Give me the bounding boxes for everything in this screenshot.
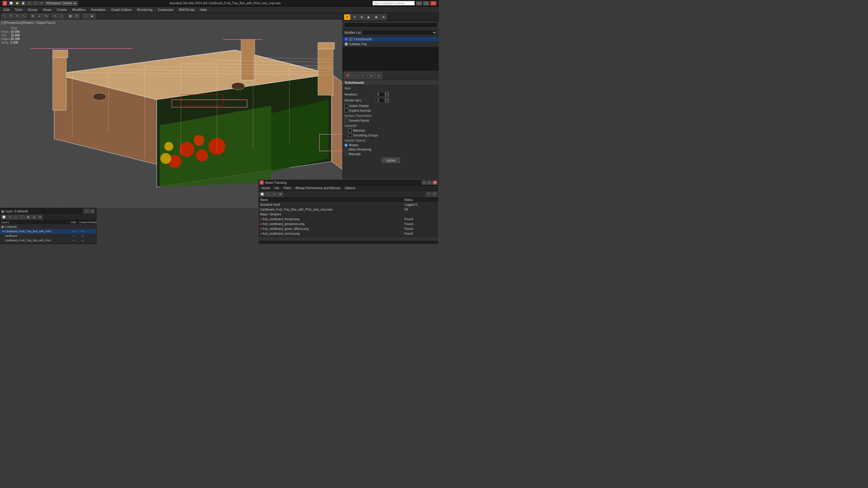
layer-row-2[interactable]: cardboard — —	[0, 234, 96, 238]
redo-btn[interactable]: ↪	[33, 1, 38, 6]
percent-snap-btn[interactable]: %	[43, 13, 49, 19]
layer-add-btn[interactable]: +	[13, 215, 19, 220]
manually-radio[interactable]	[344, 153, 347, 156]
layer-freeze-0[interactable]	[78, 226, 87, 227]
menu-graph-editors[interactable]: Graph Editors	[109, 7, 134, 12]
display-tab[interactable]: ◉	[373, 14, 379, 20]
save-btn[interactable]: 💾	[21, 1, 26, 6]
asset-menu-server[interactable]: Server	[259, 186, 272, 190]
render-iters-value[interactable]: 2	[376, 98, 385, 103]
layer-hide-3[interactable]: —	[69, 238, 78, 242]
modify-tab[interactable]: ⟲	[351, 14, 358, 20]
asset-close-btn[interactable]: ✕	[433, 181, 437, 185]
select-vertex[interactable]: ·	[352, 72, 359, 79]
always-radio[interactable]	[344, 144, 347, 147]
menu-create[interactable]: Create	[54, 7, 69, 12]
modifier-turbosmooth[interactable]: T TurboSmooth	[343, 37, 439, 41]
move-btn[interactable]: ✦	[8, 13, 14, 19]
ribbon-btn[interactable]: ⧉	[74, 13, 80, 19]
maximize-btn[interactable]: □	[423, 1, 429, 5]
asset-row-green-diffuse[interactable]: ■ fruit_cardboard_green_diffuse.png Foun…	[258, 227, 438, 231]
layer-hide-1[interactable]: —	[69, 229, 78, 233]
layer-new-btn[interactable]: ⬜	[1, 215, 7, 220]
quick-render-btn[interactable]: ▶	[89, 13, 95, 19]
layer-hide-2[interactable]: —	[69, 234, 78, 238]
render-iters-up[interactable]: ▲	[385, 98, 389, 100]
explicit-normals-checkbox[interactable]	[344, 109, 348, 112]
open-btn[interactable]: 📁	[14, 1, 20, 6]
layer-help-btn[interactable]: ?	[84, 209, 89, 214]
menu-tools[interactable]: Tools	[12, 7, 25, 12]
layer-render-3[interactable]	[87, 240, 96, 241]
layer-render-1[interactable]	[87, 231, 96, 232]
modifier-editable-poly[interactable]: E Editable Poly	[343, 41, 439, 46]
asset-tb-btn4[interactable]: ⊞	[278, 192, 283, 197]
menu-views[interactable]: Views	[40, 7, 54, 12]
smooth-result-checkbox[interactable]	[344, 119, 348, 122]
layer-move-down-btn[interactable]: ▼	[37, 215, 43, 220]
menu-modifiers[interactable]: Modifiers	[70, 7, 88, 12]
menu-maxscript[interactable]: MAXScript	[177, 7, 197, 12]
workspace-dropdown[interactable]: Workspace: Default	[44, 1, 78, 6]
asset-tb-btn3[interactable]: ≡	[272, 192, 277, 197]
right-search-input[interactable]: cardboard	[344, 22, 438, 28]
render-settings-btn[interactable]: ⚙	[38, 1, 44, 6]
menu-group[interactable]: Group	[26, 7, 40, 12]
snap-btn[interactable]: ⊞	[30, 13, 36, 19]
layer-btn[interactable]: ▦	[67, 13, 73, 19]
asset-tb-help[interactable]: ?	[426, 192, 431, 197]
menu-help[interactable]: Help	[198, 7, 210, 12]
menu-animation[interactable]: Animation	[89, 7, 108, 12]
asset-row-normal[interactable]: ■ fruit_cardboard_normal.png Found	[258, 231, 438, 236]
asset-row-glossiness[interactable]: ■ fruit_cardboard_glossiness.png Found	[258, 222, 438, 227]
asset-maximize-btn[interactable]: □	[427, 181, 432, 185]
utilities-tab[interactable]: ⚙	[380, 14, 387, 20]
scale-btn[interactable]: ⤡	[21, 13, 27, 19]
menu-rendering[interactable]: Rendering	[135, 7, 155, 12]
layer-move-up-btn[interactable]: ▲	[31, 215, 37, 220]
close-btn[interactable]: ✕	[430, 1, 436, 5]
layer-highlight-btn[interactable]: ◉	[25, 215, 31, 220]
asset-tb-btn2[interactable]: ⬛	[266, 192, 271, 197]
new-btn[interactable]: ⬜	[8, 1, 14, 6]
viewport-label[interactable]: [+][Perspective][Shaded + Edged Faces]	[1, 21, 56, 24]
rotate-btn[interactable]: ↻	[14, 13, 21, 19]
layer-row-0[interactable]: ▦ 0 (default)	[0, 225, 96, 229]
smoothing-groups-checkbox[interactable]	[348, 133, 352, 137]
asset-row-vault[interactable]: Autodesk Vault Logged O	[258, 202, 438, 207]
select-element[interactable]: ◻	[375, 72, 382, 79]
layer-select-btn[interactable]: ⬛	[19, 215, 25, 220]
minimize-btn[interactable]: —	[416, 1, 422, 5]
layer-hide-0[interactable]	[69, 226, 78, 227]
layer-delete-btn[interactable]: ✕	[7, 215, 13, 220]
layer-freeze-3[interactable]: —	[78, 238, 87, 242]
modifier-dropdown[interactable]	[362, 30, 437, 35]
layer-freeze-1[interactable]: —	[78, 229, 87, 233]
align-btn[interactable]: ≡	[59, 13, 64, 19]
angle-snap-btn[interactable]: ∠	[36, 13, 42, 19]
update-button[interactable]: Update	[382, 158, 400, 163]
menu-customize[interactable]: Customize	[156, 7, 176, 12]
asset-menu-bitmap[interactable]: Bitmap Performance and Memory	[293, 186, 342, 190]
layer-close-btn[interactable]: ✕	[90, 209, 95, 214]
render-iters-down[interactable]: ▼	[385, 100, 389, 103]
asset-minimize-btn[interactable]: —	[422, 181, 427, 185]
iterations-value[interactable]: 0	[376, 92, 385, 97]
iterations-down[interactable]: ▼	[385, 94, 389, 97]
asset-menu-options[interactable]: Options	[343, 186, 357, 190]
materials-checkbox[interactable]	[348, 129, 352, 132]
layer-render-0[interactable]	[87, 226, 96, 227]
asset-menu-paths[interactable]: Paths	[282, 186, 293, 190]
asset-scroll-track[interactable]	[258, 237, 438, 240]
turbosmooth-vis[interactable]	[349, 38, 352, 41]
layer-row-3[interactable]: Cardboard_Fruit_Tray_Box_with_Print — —	[0, 238, 96, 243]
hierarchy-tab[interactable]: ⊞	[358, 14, 365, 20]
create-tab[interactable]: ✦	[344, 14, 350, 20]
mirror-btn[interactable]: ⇔	[52, 13, 58, 19]
asset-row-max[interactable]: Cardboard_Fruit_Tray_Box_with_Print_max_…	[258, 207, 438, 212]
asset-tb-refresh[interactable]: ↻	[432, 192, 437, 197]
layer-row-1[interactable]: ■ Cardboard_Fruit_Tray_Box_with_Print — …	[0, 229, 96, 234]
asset-menu-file[interactable]: File	[273, 186, 281, 190]
layer-render-2[interactable]	[87, 235, 96, 236]
layer-freeze-2[interactable]: —	[78, 234, 87, 238]
